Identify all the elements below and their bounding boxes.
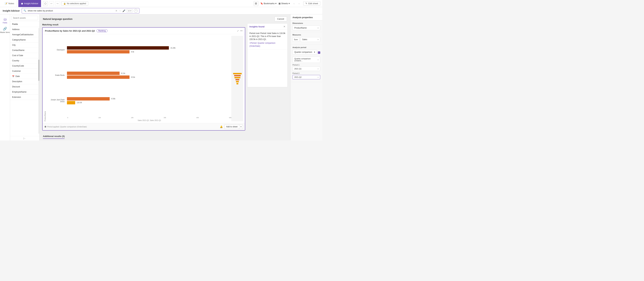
measure-main[interactable]: Sales ›: [300, 37, 320, 42]
edit-sheet-button[interactable]: ✎ Edit sheet: [303, 1, 320, 5]
x-tick: 0: [67, 117, 68, 118]
help-icon[interactable]: ?: [134, 9, 138, 12]
sheets-button[interactable]: ▦ Sheets ▾: [278, 2, 290, 5]
bar-row: 6.56k: [67, 97, 232, 100]
analysis-period-label: Analysis period: [292, 46, 320, 48]
assets-search-input[interactable]: [12, 16, 38, 20]
measure-name: Sales: [302, 38, 307, 41]
chart-title: ProductName by Sales for 2021-Q1 and 202…: [45, 29, 95, 32]
bar-row: 8.11k: [67, 72, 232, 75]
search-actions: ✕ → 🎤 en ▾ ?: [116, 9, 138, 12]
field-item-extension[interactable]: Extension: [10, 95, 39, 100]
bar-value: 8.11k: [121, 72, 125, 74]
tab-insight-advisor[interactable]: ◆ Insight Advisor: [18, 0, 41, 7]
field-item-date[interactable]: 📅 Date: [10, 74, 39, 79]
bookmarks-label: Bookmarks: [264, 2, 275, 5]
search-icon: 🔍: [24, 9, 26, 12]
main-layout: 🗂 Fields 🔗 Master items Fields Address A…: [0, 14, 322, 140]
additional-results-label[interactable]: Additional results (3): [43, 135, 64, 139]
mic-icon[interactable]: 🎤: [122, 9, 125, 12]
field-label: AverageCallSatisfaction: [12, 33, 34, 36]
nlq-title: Natural language question: [43, 18, 72, 20]
master-items-icon: 🔗: [3, 27, 7, 31]
bar-value: 15.28k: [170, 47, 176, 49]
y-axis-label: ProductName: [44, 36, 46, 121]
nav-next[interactable]: ›: [297, 1, 301, 6]
bar-snakeboots-q2: [67, 72, 120, 75]
search-bar[interactable]: 🔍 ✕ → 🎤 en ▾ ?: [22, 8, 140, 13]
bookmark-icon: 🔖: [260, 2, 263, 5]
master-items-label: Master items: [0, 31, 10, 33]
period-select-dropdown[interactable]: Quarter comparison ▾: [292, 50, 317, 54]
period2-value-selector[interactable]: 2021-Q2 ›: [292, 75, 320, 79]
nav-prev[interactable]: ‹: [292, 1, 296, 6]
undo-icon[interactable]: ↩: [49, 1, 54, 6]
lasso-icon[interactable]: ⬡: [43, 1, 48, 6]
insight-link[interactable]: >Period: Quarter comparison (OrderDate): [250, 41, 286, 47]
x-tick: 30k: [164, 117, 166, 118]
measures-section: Measures Sum Sales ›: [290, 32, 322, 45]
dimensions-label: Dimensions: [292, 22, 320, 24]
lang-selector[interactable]: en ▾: [127, 9, 132, 12]
search-input[interactable]: [28, 9, 114, 12]
fields-label: Fields: [3, 22, 7, 24]
additional-results: Additional results (3): [40, 133, 290, 140]
top-bar: 📝 Notes ◆ Insight Advisor ⬡ ↩ ↪ 🔒 No sel…: [0, 0, 322, 7]
bar-label-jumpinjack: Jumpin Jack Flash Dress: [48, 99, 66, 102]
bookmarks-button[interactable]: 🔖 Bookmarks ▾: [260, 2, 276, 5]
dimension-productname[interactable]: ProductName ›: [292, 25, 320, 30]
field-item-country[interactable]: Country: [10, 58, 39, 63]
field-item-employee[interactable]: EmployeeName: [10, 89, 39, 95]
insights-title: Insights found: [250, 25, 264, 28]
field-item-address[interactable]: Address: [10, 27, 39, 32]
period-applied-text: Period applied: Quarter comparison (Orde…: [47, 126, 87, 128]
sidebar-item-fields[interactable]: 🗂 Fields: [0, 16, 10, 25]
field-item-category[interactable]: CategoryName: [10, 37, 39, 42]
field-item-description[interactable]: Description: [10, 79, 39, 84]
period-detail[interactable]: Quarter comparison (OrderD... ›: [292, 56, 320, 63]
field-label: CountryCode: [12, 65, 24, 67]
left-sidebar: 🗂 Fields 🔗 Master items: [0, 14, 10, 140]
period2-value: 2021-Q2: [294, 76, 302, 78]
right-panel-title: Analysis properties: [290, 14, 322, 20]
cancel-button[interactable]: Cancel: [274, 16, 287, 21]
field-label: ContactName: [12, 49, 24, 51]
add-to-sheet-button[interactable]: Add to sheet ▾: [224, 125, 243, 129]
expand-icon[interactable]: ⤢: [237, 29, 239, 32]
dimensions-section: Dimensions ProductName ›: [290, 20, 322, 32]
clear-search-icon[interactable]: ✕: [116, 9, 118, 12]
measure-row: Sum Sales ›: [292, 37, 320, 42]
field-item-costofsale[interactable]: Cost of Sale: [10, 53, 39, 58]
period-checkbox[interactable]: ✓: [318, 51, 320, 54]
field-item-city[interactable]: City: [10, 42, 39, 48]
panel-collapse-btn[interactable]: |←: [10, 136, 39, 140]
alert-icon[interactable]: 🔔: [220, 125, 223, 128]
sub-header-title: Insight Advisor: [3, 9, 20, 12]
add-to-sheet-dropdown-icon[interactable]: ▾: [239, 125, 243, 129]
field-label: City: [12, 44, 16, 46]
add-to-sheet-label[interactable]: Add to sheet: [224, 125, 239, 129]
field-item-avg[interactable]: AverageCallSatisfaction: [10, 32, 39, 37]
field-label: Address: [12, 28, 20, 30]
redo-icon[interactable]: ↪: [55, 1, 60, 6]
period-applied-label: Period applied: Quarter comparison (Orde…: [44, 126, 87, 128]
field-item-discount[interactable]: Discount: [10, 84, 39, 89]
submit-search-icon[interactable]: →: [119, 9, 121, 12]
dimension-expand-icon: ›: [318, 27, 318, 29]
bookmarks-arrow: ▾: [275, 2, 276, 5]
grid-icon[interactable]: ⊞: [254, 1, 258, 6]
field-item-customer[interactable]: Customer: [10, 69, 39, 74]
field-label: Discount: [12, 85, 20, 88]
field-item-countrycode[interactable]: CountryCode: [10, 63, 39, 69]
sidebar-item-master[interactable]: 🔗 Master items: [0, 25, 10, 35]
bar-snakeboots-q1: [67, 75, 130, 79]
period1-value-selector[interactable]: 2021-Q1 ›: [292, 66, 320, 71]
insights-header: Insights found ✕: [248, 23, 288, 30]
tab-notes[interactable]: 📝 Notes: [2, 0, 17, 7]
more-options-icon[interactable]: •••: [240, 29, 242, 32]
field-item-contact[interactable]: ContactName: [10, 48, 39, 53]
field-label: Description: [12, 80, 22, 83]
insights-close-button[interactable]: ✕: [284, 25, 286, 28]
insight-advisor-icon: ◆: [21, 2, 23, 5]
chart-title-area: ProductName by Sales for 2021-Q1 and 202…: [45, 29, 108, 32]
